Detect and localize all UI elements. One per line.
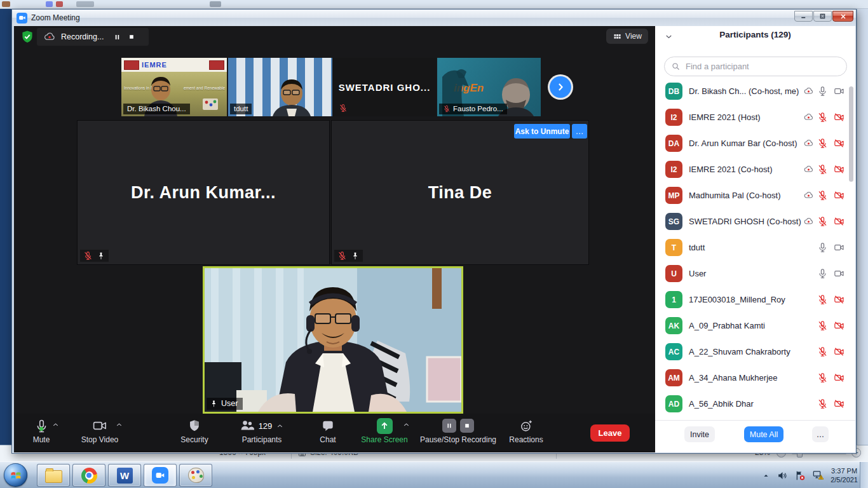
participant-row[interactable]: DADr. Arun Kumar Bar (Co-host) xyxy=(655,130,847,156)
panel-more-button[interactable]: … xyxy=(812,426,829,442)
toolbar-fragment xyxy=(56,1,63,7)
participant-row[interactable]: UUser xyxy=(655,261,847,287)
participant-row[interactable]: AMA_34_Ahana Mukherjee xyxy=(655,365,847,391)
taskbar-zoom-button[interactable] xyxy=(144,464,177,487)
chevron-up-icon[interactable] xyxy=(276,422,284,430)
mic-on-icon[interactable] xyxy=(817,86,828,97)
pin-icon xyxy=(97,252,105,261)
participants-button[interactable]: 129 Participants xyxy=(224,414,300,452)
participant-row[interactable]: Ttdutt xyxy=(655,234,847,261)
video-thumbnail[interactable]: ingEn Fausto Pedro... xyxy=(437,58,541,116)
pause-recording-icon[interactable] xyxy=(112,32,122,42)
mic-off-icon[interactable] xyxy=(817,320,828,331)
view-button[interactable]: View xyxy=(606,29,648,44)
reactions-label: Reactions xyxy=(509,435,543,444)
mic-off-icon[interactable] xyxy=(817,138,828,149)
participant-name: tdutt xyxy=(689,234,705,261)
stop-recording-icon[interactable] xyxy=(127,32,136,41)
participant-row[interactable]: I2IEMRE 2021 (Co-host) xyxy=(655,156,847,182)
mic-off-icon[interactable] xyxy=(817,190,828,201)
grid-view-icon xyxy=(613,32,622,41)
video-thumbnail[interactable]: SWETADRI GHO... xyxy=(333,58,436,116)
mic-on-icon[interactable] xyxy=(817,242,828,253)
pause-stop-recording-button[interactable]: Pause/Stop Recording xyxy=(401,414,515,452)
mic-off-icon[interactable] xyxy=(817,164,828,175)
chevron-up-icon[interactable] xyxy=(51,421,60,429)
security-button[interactable]: Security xyxy=(169,414,220,452)
mic-off-icon[interactable] xyxy=(817,372,828,383)
recording-indicator: Recording... xyxy=(37,28,149,46)
recording-cloud-icon xyxy=(803,164,814,175)
participant-row[interactable]: SGSWETADRI GHOSH (Co-host) xyxy=(655,208,847,234)
camera-off-icon[interactable] xyxy=(834,138,844,149)
camera-off-icon[interactable] xyxy=(834,112,844,123)
camera-off-icon[interactable] xyxy=(834,216,844,227)
camera-off-icon[interactable] xyxy=(834,294,844,305)
ask-to-unmute-button[interactable]: Ask to Unmute xyxy=(514,124,570,139)
start-button[interactable] xyxy=(4,463,27,487)
video-thumbnail[interactable]: IEMRE Innovations in Ele ement and Renew… xyxy=(121,58,227,116)
panel-footer: Invite Mute All … xyxy=(655,420,855,452)
panel-scrollbar[interactable] xyxy=(849,58,853,414)
title-bar[interactable]: Zoom Meeting xyxy=(12,10,856,26)
chat-bubble-icon xyxy=(321,419,335,433)
participant-row[interactable]: MPMadhumita Pal (Co-host) xyxy=(655,182,847,208)
chat-button[interactable]: Chat xyxy=(310,414,346,452)
self-video-tile[interactable]: User xyxy=(203,266,463,414)
minimize-button[interactable] xyxy=(794,11,813,22)
scrollbar-thumb[interactable] xyxy=(849,86,853,182)
camera-off-icon[interactable] xyxy=(834,398,844,409)
pause-recording-icon[interactable] xyxy=(442,419,456,433)
camera-off-icon[interactable] xyxy=(834,164,844,175)
action-center-flag-icon[interactable] xyxy=(794,470,806,482)
video-tile[interactable]: Tina De xyxy=(331,120,589,265)
hidden-icons-button[interactable] xyxy=(761,471,771,480)
mic-on-icon[interactable] xyxy=(817,268,828,279)
taskbar-clock[interactable]: 3:37 PM 2/5/2021 xyxy=(831,466,858,485)
camera-off-icon[interactable] xyxy=(834,190,844,201)
mic-off-icon[interactable] xyxy=(817,216,828,227)
participant-row[interactable]: AKA_09_Prabhat Kamti xyxy=(655,313,847,339)
camera-off-icon[interactable] xyxy=(834,320,844,331)
maximize-button[interactable] xyxy=(813,11,832,22)
meeting-info-shield-icon[interactable] xyxy=(20,29,35,44)
next-page-arrow-button[interactable] xyxy=(550,76,571,98)
participant-row[interactable]: I2IEMRE 2021 (Host) xyxy=(655,104,847,130)
camera-off-icon[interactable] xyxy=(834,346,844,357)
reactions-button[interactable]: Reactions xyxy=(501,414,552,452)
camera-on-icon[interactable] xyxy=(834,242,844,253)
invite-button[interactable]: Invite xyxy=(684,426,715,442)
taskbar-chrome-button[interactable] xyxy=(72,464,105,487)
zoom-icon xyxy=(152,467,168,484)
leave-button[interactable]: Leave xyxy=(590,424,630,442)
chevron-up-icon[interactable] xyxy=(115,421,123,429)
network-warning-icon[interactable] xyxy=(812,469,825,482)
participant-row[interactable]: ACA_22_Shuvam Chakraborty xyxy=(655,339,847,365)
camera-on-icon[interactable] xyxy=(834,268,844,279)
camera-on-icon[interactable] xyxy=(834,86,844,97)
mic-off-icon[interactable] xyxy=(817,398,828,409)
show-desktop-button[interactable] xyxy=(860,462,868,488)
mic-off-icon[interactable] xyxy=(817,294,828,305)
mute-all-button[interactable]: Mute All xyxy=(744,426,783,442)
volume-icon[interactable] xyxy=(776,470,789,482)
stop-video-button[interactable]: Stop Video xyxy=(68,414,132,452)
participant-row[interactable]: ADA_56_Abhik Dhar xyxy=(655,391,847,417)
mute-button[interactable]: Mute xyxy=(18,414,64,452)
search-input[interactable] xyxy=(684,61,840,72)
close-button[interactable] xyxy=(832,11,853,22)
mic-off-icon[interactable] xyxy=(817,112,828,123)
video-tile[interactable]: Dr. Arun Kumar... xyxy=(77,120,330,265)
participant-row[interactable]: 117JE003018_Millend_Roy xyxy=(655,287,847,313)
participant-row[interactable]: DBDr. Bikash Ch... (Co-host, me) xyxy=(655,78,847,104)
mic-off-icon[interactable] xyxy=(817,346,828,357)
participants-label: Participants xyxy=(242,435,282,444)
taskbar-explorer-button[interactable] xyxy=(37,464,70,487)
stop-recording-icon[interactable] xyxy=(460,419,474,433)
camera-off-icon[interactable] xyxy=(834,372,844,383)
video-thumbnail[interactable]: tdutt xyxy=(228,58,332,116)
taskbar-paint-button[interactable] xyxy=(179,464,212,487)
taskbar-word-button[interactable]: W xyxy=(108,464,141,487)
tile-more-button[interactable]: … xyxy=(572,124,587,139)
search-box[interactable] xyxy=(664,57,847,76)
